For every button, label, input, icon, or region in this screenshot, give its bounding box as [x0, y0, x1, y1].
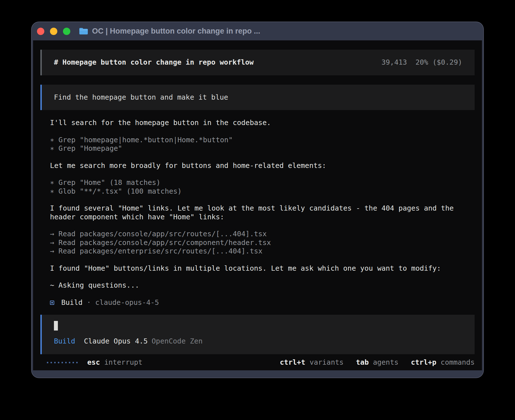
prompt-input[interactable]: BuildClaude Opus 4.5OpenCode Zen — [40, 315, 475, 354]
working-spinner-dots — [47, 362, 78, 363]
assistant-text: I found "Home" buttons/links in multiple… — [50, 264, 475, 273]
variants-label: variants — [309, 358, 343, 366]
commands-label: commands — [441, 358, 475, 366]
tool-call-group: ∗ Grep "homepage|home.*button|Home.*butt… — [50, 136, 475, 153]
agents-label: agents — [373, 358, 398, 366]
close-button[interactable] — [37, 28, 44, 35]
status-bar-right: ctrl+tvariants tabagents ctrl+pcommands — [280, 358, 475, 367]
tool-call-line: → Read packages/console/app/src/componen… — [50, 239, 475, 247]
token-count: 39,413 — [381, 58, 407, 66]
window-titlebar[interactable]: OC | Homepage button color change in rep… — [33, 22, 482, 40]
agent-status-line: Build · claude-opus-4-5 — [50, 298, 475, 307]
session-title: # Homepage button color change in repo w… — [54, 58, 254, 67]
assistant-text: I found several "Home" links. Let me loo… — [50, 204, 475, 221]
model-id: claude-opus-4-5 — [95, 298, 159, 307]
model-selector-row[interactable]: BuildClaude Opus 4.5OpenCode Zen — [54, 337, 475, 346]
esc-key-label: esc — [87, 358, 100, 366]
tool-call-line: → Read packages/enterprise/src/routes/[.… — [50, 247, 475, 256]
tool-call-group: ∗ Grep "Home" (18 matches) ∗ Glob "**/*.… — [50, 178, 475, 196]
traffic-lights — [37, 28, 70, 35]
active-model-label: Claude Opus 4.5 — [84, 337, 148, 345]
agent-status-icon — [50, 301, 54, 305]
shortcut-agents: tabagents — [356, 358, 398, 367]
tool-call-line: → Read packages/console/app/src/routes/[… — [50, 230, 475, 239]
tool-call-line: ∗ Grep "Home" (18 matches) — [50, 178, 475, 187]
tool-call-line: ∗ Glob "**/*.tsx" (100 matches) — [50, 187, 475, 196]
window-title: OC | Homepage button color change in rep… — [92, 27, 260, 36]
assistant-transcript: I'll search for the homepage button in t… — [50, 119, 475, 290]
assistant-working-text: ~ Asking questions... — [50, 281, 475, 290]
status-bar: escinterrupt ctrl+tvariants tabagents ct… — [40, 358, 475, 367]
assistant-text: I'll search for the homepage button in t… — [50, 119, 475, 127]
shortcut-variants: ctrl+tvariants — [280, 358, 344, 367]
session-header: # Homepage button color change in repo w… — [40, 50, 475, 75]
terminal-window: OC | Homepage button color change in rep… — [32, 22, 483, 378]
shortcut-interrupt: escinterrupt — [87, 358, 143, 367]
text-cursor — [54, 321, 58, 331]
active-agent-label: Build — [54, 337, 75, 345]
tool-call-group: → Read packages/console/app/src/routes/[… — [50, 230, 475, 256]
interrupt-label: interrupt — [104, 358, 142, 366]
tool-call-line: ∗ Grep "homepage|home.*button|Home.*butt… — [50, 136, 475, 145]
ctrl-p-key-label: ctrl+p — [411, 358, 436, 366]
user-message-text: Find the homepage button and make it blu… — [54, 93, 228, 102]
zoom-button[interactable] — [63, 28, 70, 35]
shortcut-commands: ctrl+pcommands — [411, 358, 475, 367]
assistant-text: Let me search more broadly for buttons a… — [50, 161, 475, 170]
ctrl-t-key-label: ctrl+t — [280, 358, 305, 366]
model-provider-label: OpenCode Zen — [152, 337, 203, 345]
status-bar-left: escinterrupt — [40, 358, 143, 367]
folder-icon — [79, 27, 88, 35]
terminal-content: # Homepage button color change in repo w… — [33, 40, 482, 370]
tab-key-label: tab — [356, 358, 369, 366]
session-token-usage: 39,413 20% ($0.29) — [381, 58, 462, 67]
tool-call-line: ∗ Grep "Homepage" — [50, 144, 475, 153]
agent-name: Build — [61, 298, 82, 307]
user-message: Find the homepage button and make it blu… — [40, 85, 475, 110]
separator-dot: · — [87, 298, 91, 307]
context-usage: 20% ($0.29) — [415, 58, 462, 66]
minimize-button[interactable] — [50, 28, 57, 35]
